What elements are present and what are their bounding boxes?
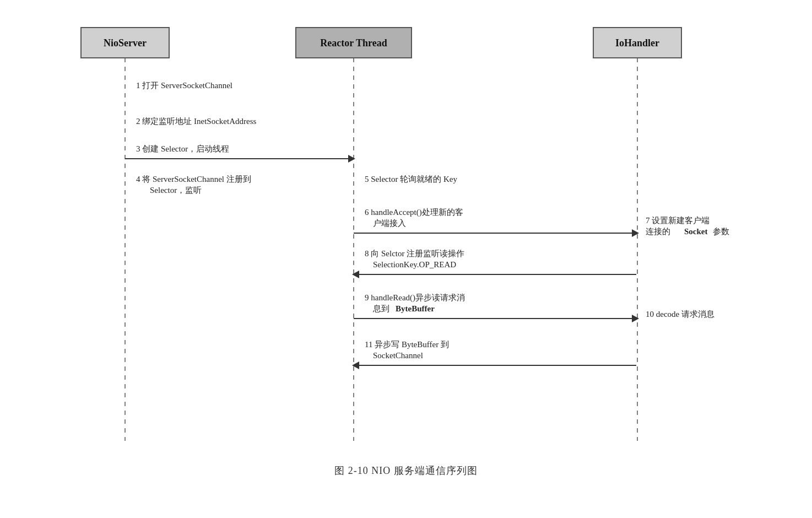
msg-9-label-2: 息到: [372, 304, 389, 313]
actor-iohandler-text: IoHandler: [615, 37, 659, 48]
msg-3-arrow: [348, 155, 355, 163]
caption-text: 图 2-10 NIO 服务端通信序列图: [334, 465, 478, 476]
sequence-diagram-svg: NioServer Reactor Thread IoHandler 1 打开 …: [48, 22, 764, 496]
msg-6-arrow: [632, 229, 639, 237]
msg-4-label-2: Selector，监听: [150, 186, 202, 195]
msg-4-label-1: 4 将 ServerSocketChannel 注册到: [136, 175, 251, 184]
msg-8-label-2: SelectionKey.OP_READ: [373, 260, 456, 269]
msg-9-label-1: 9 handleRead()异步读请求消: [365, 293, 465, 303]
msg-7-label-2: 连接的: [646, 227, 670, 236]
msg-8-arrow: [352, 271, 359, 278]
msg-7-label-3: 参数: [713, 227, 729, 236]
msg-6-label-2: 户端接入: [373, 219, 406, 228]
msg-8-label-1: 8 向 Selctor 注册监听读操作: [365, 249, 464, 258]
actor-nioserver-text: NioServer: [104, 37, 147, 48]
msg-11-label-1: 11 异步写 ByteBuffer 到: [365, 340, 449, 349]
msg-9-arrow: [632, 315, 639, 322]
msg-7-label-1: 7 设置新建客户端: [646, 216, 710, 225]
msg-1-label: 1 打开 ServerSocketChannel: [136, 81, 232, 90]
svg-diagram-wrapper: NioServer Reactor Thread IoHandler 1 打开 …: [0, 22, 812, 496]
msg-10-label: 10 decode 请求消息: [646, 310, 714, 319]
msg-3-label: 3 创建 Selector，启动线程: [136, 144, 229, 153]
msg-5-label: 5 Selector 轮询就绪的 Key: [365, 175, 457, 184]
actor-reactor-text: Reactor Thread: [320, 37, 387, 48]
msg-6-label-1: 6 handleAccept()处理新的客: [365, 208, 463, 217]
msg-2-label: 2 绑定监听地址 InetSocketAddress: [136, 117, 256, 126]
msg-9-label-bold: ByteBuffer: [396, 304, 435, 313]
msg-11-label-2: SocketChannel: [373, 351, 423, 360]
msg-11-arrow: [352, 361, 359, 369]
msg-7-label-bold: Socket: [684, 227, 708, 236]
